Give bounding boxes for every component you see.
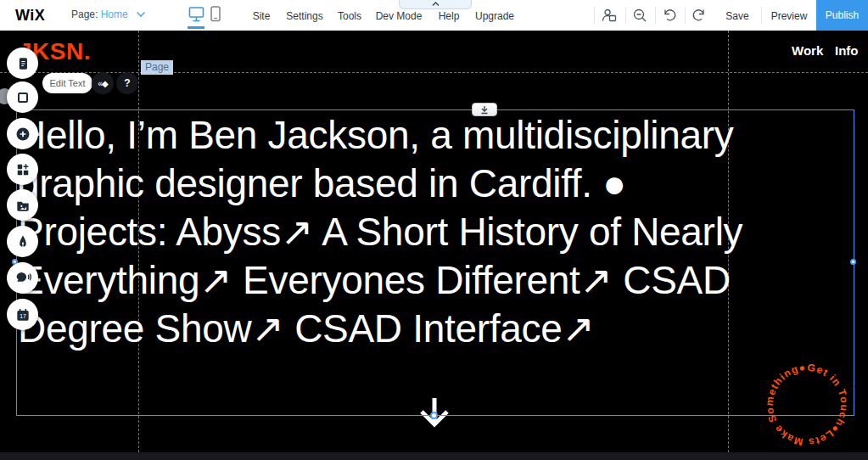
stretch-handle[interactable] <box>472 103 497 116</box>
hero-text-line: Hello, I’m Ben Jackson, a multidisciplin… <box>18 111 860 160</box>
svg-text:Get in Touch●Lets Make Somethi: Get in Touch●Lets Make Something● <box>764 362 851 448</box>
mobile-view-icon[interactable] <box>210 6 221 22</box>
redo-icon[interactable] <box>692 8 707 23</box>
toolbar-divider <box>594 7 595 24</box>
menu-help[interactable]: Help <box>439 10 460 22</box>
wix-logo[interactable]: WiX <box>15 7 45 25</box>
page-selector[interactable]: Page: Home <box>71 8 128 20</box>
toolbar-divider <box>685 7 686 24</box>
sidebar-item-menus-pages[interactable] <box>7 48 38 79</box>
page-selector-label: Page: <box>71 8 98 20</box>
toolbar-collapse-tab[interactable] <box>399 0 472 9</box>
calendar-icon: 17 <box>14 306 31 323</box>
chevron-up-icon <box>432 2 440 7</box>
menu-dev-mode[interactable]: Dev Mode <box>376 10 423 22</box>
sidebar-item-add-apps[interactable] <box>7 154 38 185</box>
menu-tools[interactable]: Tools <box>338 10 361 22</box>
zoom-out-icon[interactable] <box>632 8 647 23</box>
menu-upgrade[interactable]: Upgrade <box>475 10 514 22</box>
page-section-chip[interactable]: Page <box>141 60 173 75</box>
sidebar-item-media[interactable] <box>7 189 38 221</box>
menu-site[interactable]: Site <box>253 10 271 22</box>
chat-icon <box>14 270 31 287</box>
site-nav-info[interactable]: Info <box>835 43 859 58</box>
sidebar-item-blog[interactable] <box>7 226 38 257</box>
save-button[interactable]: Save <box>725 10 748 22</box>
animation-icon[interactable]: «◆ <box>92 72 114 94</box>
hero-text-line: graphic designer based in Cardiff. ● <box>18 160 860 208</box>
page-selector-value: Home <box>101 8 128 20</box>
publish-button[interactable]: Publish <box>816 0 868 31</box>
get-in-touch-badge[interactable]: Get in Touch●Lets Make Something● <box>761 359 853 451</box>
canvas-bottom-edge <box>0 452 868 460</box>
site-canvas: JKSN. Work Info Page Edit Text «◆ ? Hell… <box>0 31 868 452</box>
apps-icon <box>14 161 31 178</box>
menu-settings[interactable]: Settings <box>286 10 322 22</box>
site-nav-work[interactable]: Work <box>792 43 823 58</box>
user-icon[interactable] <box>602 8 617 23</box>
hero-text-line: Projects: Abyss↗ A Short History of Near… <box>18 208 860 256</box>
calendar-day-number: 17 <box>20 312 26 318</box>
sidebar-item-add-elements[interactable] <box>7 118 38 149</box>
hero-text-line: Everything↗ Everyones Different↗ CSAD <box>18 256 860 305</box>
media-icon <box>14 197 31 214</box>
stretch-down-icon <box>479 105 490 115</box>
resize-handle-right[interactable] <box>850 259 856 265</box>
undo-icon[interactable] <box>662 8 677 23</box>
background-icon <box>14 89 31 106</box>
wix-editor-window: JKSN. Work Info Page Edit Text «◆ ? Hell… <box>0 0 868 460</box>
pen-icon <box>14 233 31 250</box>
sidebar-item-inbox-chat[interactable] <box>7 262 38 294</box>
sidebar-item-page-background[interactable] <box>7 81 38 113</box>
chevron-down-icon[interactable] <box>136 11 146 18</box>
hero-text-line: Degree Show↗ CSAD Interface↗ <box>18 305 860 353</box>
edit-text-button[interactable]: Edit Text <box>42 73 92 93</box>
preview-button[interactable]: Preview <box>771 10 808 22</box>
pages-icon <box>14 55 31 72</box>
resize-handle-bottom[interactable] <box>430 412 438 419</box>
toolbar-divider <box>761 7 762 24</box>
desktop-view-icon[interactable] <box>188 6 204 24</box>
desktop-view-active-indicator <box>188 26 204 29</box>
plus-icon <box>14 126 31 143</box>
badge-circular-text: Get in Touch●Lets Make Something● <box>764 362 851 448</box>
toolbar-divider <box>625 7 626 24</box>
help-icon[interactable]: ? <box>116 72 138 94</box>
sidebar-item-bookings[interactable]: 17 <box>7 299 38 330</box>
toolbar-divider <box>655 7 656 24</box>
hero-text[interactable]: Hello, I’m Ben Jackson, a multidisciplin… <box>18 111 860 353</box>
